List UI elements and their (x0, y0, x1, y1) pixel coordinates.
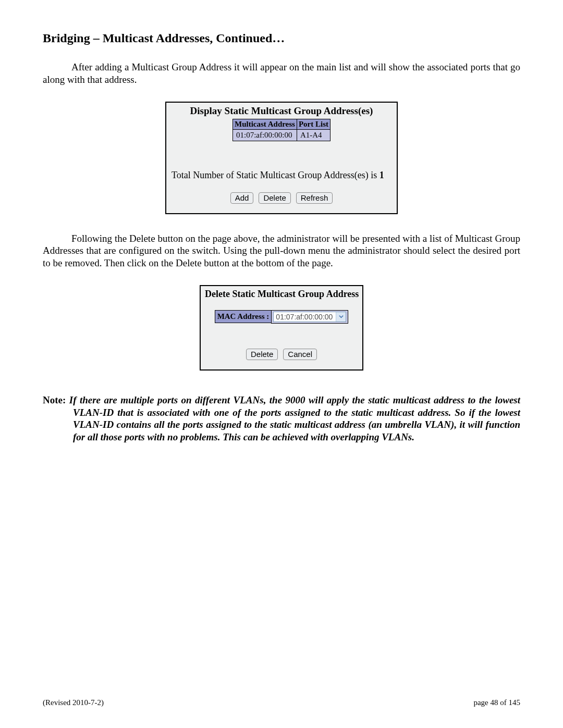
cell-multicast-address: 01:07:af:00:00:00 (232, 129, 297, 141)
table-row: 01:07:af:00:00:00 A1-A4 (232, 129, 330, 141)
display-multicast-panel: Display Static Multicast Group Address(e… (165, 102, 398, 214)
note-body: If there are multiple ports on different… (69, 394, 520, 442)
footer-page-number: page 48 of 145 (473, 698, 520, 707)
header-multicast-address: Multicast Address (232, 119, 297, 129)
mac-address-label: MAC Address : (215, 310, 272, 323)
paragraph-1-text: After adding a Multicast Group Address i… (43, 61, 520, 85)
note-label: Note: (43, 394, 69, 405)
footer-revised: (Revised 2010-7-2) (43, 698, 104, 707)
mac-address-selected: 01:07:af:00:00:00 (274, 312, 336, 322)
paragraph-1: After adding a Multicast Group Address i… (43, 61, 520, 86)
delete-confirm-button[interactable]: Delete (246, 349, 278, 360)
note-paragraph: Note: If there are multiple ports on dif… (43, 394, 520, 443)
paragraph-2-text: Following the Delete button on the page … (43, 233, 520, 269)
header-port-list: Port List (297, 119, 330, 129)
page-title: Bridging – Multicast Addresses, Continue… (43, 31, 520, 45)
table-header-row: Multicast Address Port List (232, 119, 330, 129)
display-panel-title: Display Static Multicast Group Address(e… (166, 105, 397, 117)
page-footer: (Revised 2010-7-2) page 48 of 145 (43, 698, 520, 707)
total-count-message: Total Number of Static Multicast Group A… (172, 170, 397, 181)
mac-address-dropdown[interactable]: 01:07:af:00:00:00 (273, 312, 346, 322)
chevron-down-icon (336, 312, 346, 322)
delete-multicast-panel: Delete Static Multicast Group Address MA… (200, 285, 363, 371)
add-button[interactable]: Add (230, 192, 254, 204)
cell-port-list: A1-A4 (297, 129, 330, 141)
multicast-table: Multicast Address Port List 01:07:af:00:… (232, 119, 331, 141)
delete-button[interactable]: Delete (259, 192, 290, 204)
mac-address-cell: 01:07:af:00:00:00 (271, 310, 348, 324)
refresh-button[interactable]: Refresh (296, 192, 333, 204)
delete-panel-title: Delete Static Multicast Group Address (205, 289, 359, 300)
paragraph-2: Following the Delete button on the page … (43, 232, 520, 269)
cancel-button[interactable]: Cancel (283, 349, 317, 360)
total-count-value: 1 (380, 170, 384, 180)
total-count-prefix: Total Number of Static Multicast Group A… (172, 170, 380, 180)
